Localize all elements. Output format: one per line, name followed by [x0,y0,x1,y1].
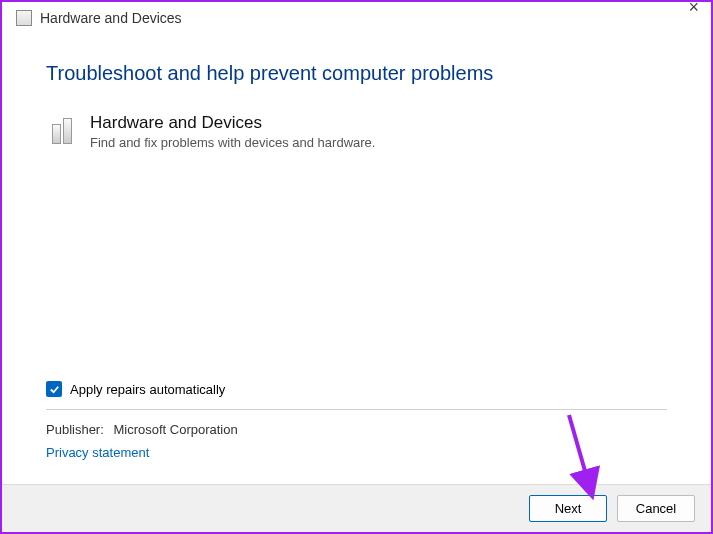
apply-repairs-label: Apply repairs automatically [70,382,225,397]
publisher-row: Publisher: Microsoft Corporation [46,422,667,437]
next-button[interactable]: Next [529,495,607,522]
checkmark-icon [49,384,60,395]
button-bar: Next Cancel [2,484,711,532]
apply-repairs-row: Apply repairs automatically [46,381,667,397]
divider [46,409,667,410]
troubleshooter-item: Hardware and Devices Find and fix proble… [46,113,667,150]
item-title: Hardware and Devices [90,113,375,133]
apply-repairs-checkbox[interactable] [46,381,62,397]
window-title: Hardware and Devices [40,10,182,26]
item-description: Find and fix problems with devices and h… [90,135,375,150]
privacy-link[interactable]: Privacy statement [46,445,667,460]
app-icon [16,10,32,26]
publisher-label: Publisher: [46,422,104,437]
cancel-button[interactable]: Cancel [617,495,695,522]
content-area: Troubleshoot and help prevent computer p… [2,32,711,484]
titlebar: Hardware and Devices [2,2,711,32]
hardware-icon [46,113,78,145]
publisher-value: Microsoft Corporation [113,422,237,437]
page-heading: Troubleshoot and help prevent computer p… [46,62,667,85]
close-icon[interactable]: × [688,0,699,18]
